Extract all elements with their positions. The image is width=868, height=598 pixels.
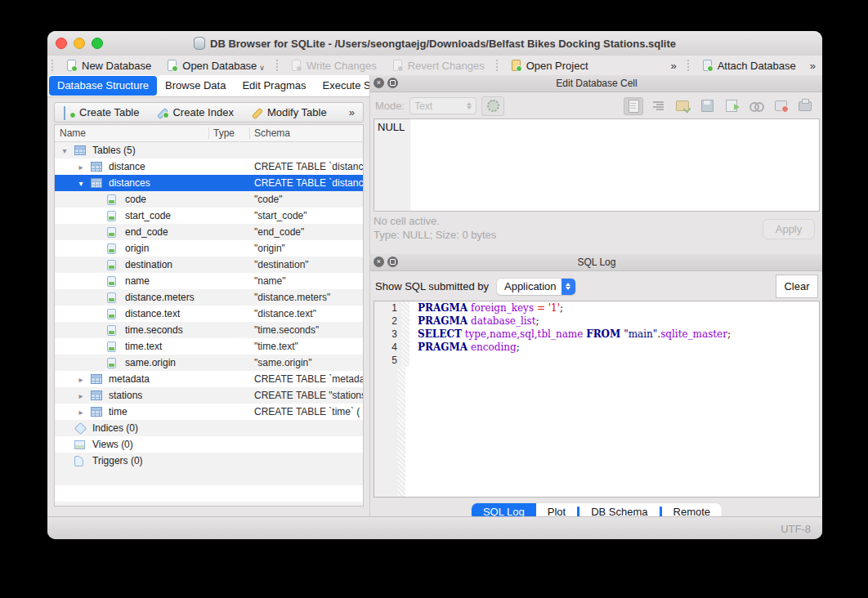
print-icon[interactable]: [795, 97, 815, 115]
tab-browse-data[interactable]: Browse Data: [157, 76, 234, 96]
close-panel-icon[interactable]: ×: [374, 78, 384, 88]
tree-row-label: name: [125, 275, 150, 287]
tree-row-same-origin[interactable]: same.origin"same.origin": [55, 355, 363, 371]
tree-row-code[interactable]: code"code": [55, 191, 363, 208]
import-data-icon[interactable]: [673, 97, 692, 115]
tree-row-indices-0-[interactable]: Indices (0): [55, 420, 363, 436]
tree-row-distance-meters[interactable]: distance.meters"distance.meters": [55, 289, 363, 306]
save-data-icon[interactable]: [697, 97, 717, 115]
auto-detect-button[interactable]: [481, 96, 504, 116]
traffic-lights: [56, 31, 103, 56]
tree-row-metadata[interactable]: ▸metadataCREATE TABLE `metadata`: [55, 371, 363, 387]
field-icon: [107, 227, 116, 238]
tree-row-distance[interactable]: ▸distanceCREATE TABLE `distance` (: [55, 158, 363, 175]
view-icon: [74, 440, 85, 449]
encoding-indicator[interactable]: UTF-8: [781, 523, 811, 535]
write-changes-button[interactable]: Write Changes: [283, 56, 384, 75]
tree-column-header[interactable]: Name Type Schema: [55, 125, 363, 142]
create-table-button[interactable]: Create Table: [55, 106, 148, 118]
mode-select[interactable]: Text: [409, 97, 477, 114]
tree-row-label: time.text: [125, 341, 162, 352]
modify-table-button[interactable]: Modify Table: [243, 106, 336, 118]
toolbar-overflow-button[interactable]: »: [803, 60, 822, 72]
trigger-icon: [74, 456, 83, 466]
clear-log-button[interactable]: Clear: [776, 274, 818, 298]
zoom-window-button[interactable]: [92, 38, 103, 49]
cell-value-editor[interactable]: NULL: [374, 118, 820, 212]
structure-toolbar-overflow-button[interactable]: »: [341, 106, 363, 118]
chevron-right-icon[interactable]: ▸: [76, 375, 86, 384]
word-wrap-icon[interactable]: [648, 97, 668, 115]
tree-row-stations[interactable]: ▸stationsCREATE TABLE "stations" (: [55, 387, 363, 404]
database-structure-tree[interactable]: Name Type Schema ▾Tables (5)▸distanceCRE…: [54, 124, 364, 507]
field-icon: [107, 309, 116, 319]
sql-source-select[interactable]: Application: [497, 279, 575, 295]
field-icon: [107, 260, 116, 270]
copy-link-icon[interactable]: [746, 97, 766, 115]
close-panel-icon[interactable]: ×: [374, 257, 384, 267]
column-divider[interactable]: [249, 127, 250, 139]
gutter-margin: [401, 328, 409, 341]
tree-row-label: origin: [125, 243, 149, 254]
export-data-icon[interactable]: [722, 97, 741, 115]
apply-button[interactable]: Apply: [763, 219, 815, 239]
open-database-button[interactable]: Open Database∨: [159, 56, 272, 75]
tree-row-schema: "time.seconds": [254, 324, 319, 336]
tree-row-time[interactable]: ▸timeCREATE TABLE `time` ( `fie: [55, 404, 363, 420]
chevron-down-icon[interactable]: ▾: [60, 146, 69, 155]
field-icon: [107, 243, 116, 254]
undock-panel-icon[interactable]: [387, 257, 398, 267]
line-number: 4: [374, 341, 401, 354]
minimize-window-button[interactable]: [74, 38, 85, 49]
tree-row-name[interactable]: name"name": [55, 273, 363, 289]
create-index-icon: [157, 107, 168, 118]
toolbar-item-label: Attach Database: [718, 60, 796, 72]
table-icon: [91, 374, 102, 384]
app-icon: [194, 37, 205, 50]
revert-changes-button[interactable]: Revert Changes: [384, 56, 492, 75]
new-database-button[interactable]: New Database: [58, 56, 159, 75]
tree-row-distance-text[interactable]: distance.text"distance.text": [55, 306, 363, 322]
chevron-down-icon[interactable]: ▾: [76, 179, 86, 188]
field-icon: [107, 358, 116, 368]
create-index-button[interactable]: Create Index: [148, 106, 242, 118]
tree-row-destination[interactable]: destination"destination": [55, 257, 363, 273]
line-number: 5: [374, 354, 401, 367]
tree-row-triggers-0-[interactable]: Triggers (0): [55, 453, 363, 469]
text-document-icon[interactable]: [624, 97, 643, 115]
undock-panel-icon[interactable]: [387, 78, 398, 88]
tree-row-end-code[interactable]: end_code"end_code": [55, 224, 363, 240]
tree-row-time-seconds[interactable]: time.seconds"time.seconds": [55, 322, 363, 338]
tree-row-distances[interactable]: ▾distancesCREATE TABLE `distances`: [55, 175, 363, 191]
tree-row-origin[interactable]: origin"origin": [55, 240, 363, 257]
chevron-right-icon[interactable]: ▸: [76, 163, 86, 172]
app-window: DB Browser for SQLite - /Users/seongtaej…: [47, 31, 822, 539]
tree-row-label: distances: [109, 177, 150, 189]
tab-edit-pragmas[interactable]: Edit Pragmas: [234, 76, 314, 96]
set-null-icon[interactable]: [771, 97, 790, 115]
tree-row-label: time: [109, 406, 128, 417]
chevron-right-icon[interactable]: ▸: [76, 391, 86, 400]
column-schema[interactable]: Schema: [254, 127, 290, 139]
close-window-button[interactable]: [56, 38, 67, 49]
tree-row-views-0-[interactable]: Views (0): [55, 436, 363, 453]
tree-row-label: metadata: [109, 373, 150, 385]
right-pane: × Edit Database Cell Mode: Text NULL No: [369, 75, 822, 516]
revert-changes-icon: [391, 60, 404, 72]
open-project-button[interactable]: Open Project: [503, 56, 596, 75]
tree-row-start-code[interactable]: start_code"start_code": [55, 208, 363, 224]
attach-database-button[interactable]: Attach Database: [694, 56, 803, 75]
column-type[interactable]: Type: [213, 127, 235, 139]
toolbar-overflow-button[interactable]: »: [664, 60, 682, 72]
tab-database-structure[interactable]: Database Structure: [49, 76, 157, 96]
sql-log-editor[interactable]: 1PRAGMA foreign_keys = '1';2PRAGMA datab…: [374, 301, 820, 498]
select-arrows-icon: [467, 102, 472, 109]
chevron-right-icon[interactable]: ▸: [76, 408, 86, 417]
tree-row-tables-5-[interactable]: ▾Tables (5): [55, 142, 363, 158]
tree-row-schema: "name": [254, 275, 286, 287]
tree-row-schema: "destination": [254, 259, 309, 270]
column-name[interactable]: Name: [60, 127, 86, 139]
sql-log-header: × SQL Log: [370, 254, 822, 271]
tree-row-time-text[interactable]: time.text"time.text": [55, 338, 363, 355]
column-divider[interactable]: [208, 127, 209, 139]
